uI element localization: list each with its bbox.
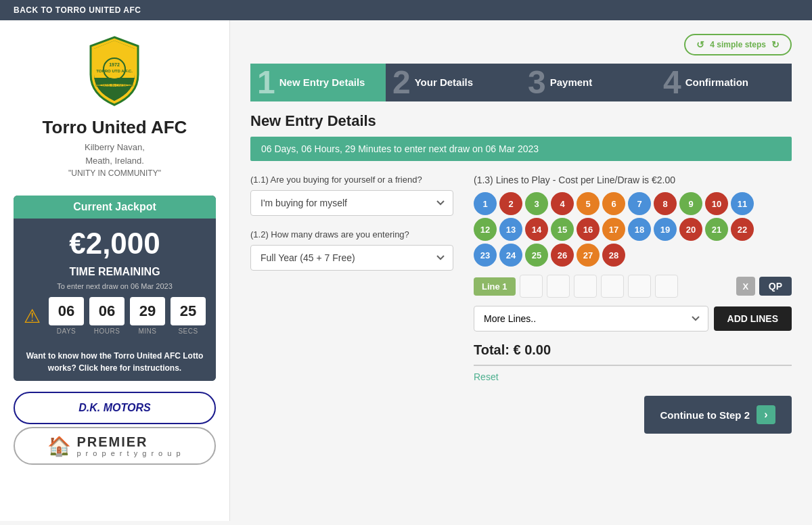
time-remaining-label: TIME REMAINING (14, 266, 216, 278)
number-ball-15[interactable]: 15 (551, 218, 574, 241)
number-ball-12[interactable]: 12 (474, 218, 497, 241)
number-ball-11[interactable]: 11 (731, 192, 754, 215)
number-ball-19[interactable]: 19 (654, 218, 677, 241)
tab-step-2[interactable]: 2 Your Details (386, 64, 521, 101)
countdown-secs: 25 SECS (171, 297, 206, 335)
number-ball-14[interactable]: 14 (525, 218, 548, 241)
number-ball-24[interactable]: 24 (499, 244, 522, 267)
form-left: (1.1) Are you buying for yourself or a f… (250, 175, 453, 434)
reset-link[interactable]: Reset (474, 371, 792, 382)
club-location-2: Meath, Ireland. (85, 156, 144, 166)
number-ball-4[interactable]: 4 (551, 192, 574, 215)
number-ball-26[interactable]: 26 (551, 244, 574, 267)
tab-step-3[interactable]: 3 Payment (521, 64, 656, 101)
number-ball-17[interactable]: 17 (602, 218, 625, 241)
lotto-info-link[interactable]: Want to know how the Torro United AFC Lo… (14, 343, 216, 381)
number-ball-8[interactable]: 8 (654, 192, 677, 215)
steps-badge-text: 4 simple steps (710, 40, 766, 49)
total-row: Total: € 0.00 (474, 342, 792, 366)
more-lines-row: More Lines.. 2 Lines 3 Lines ADD LINES (474, 306, 792, 332)
sponsor-dk-motors: D.K. MOTORS (14, 392, 216, 424)
club-motto: "UNITY IN COMMUNITY" (68, 168, 161, 178)
svg-text:TORRO UTD A.F.C.: TORRO UTD A.F.C. (97, 69, 133, 73)
premier-main-label: PREMIER (76, 434, 181, 449)
continue-step-2-button[interactable]: Continue to Step 2 › (644, 396, 792, 434)
number-ball-3[interactable]: 3 (525, 192, 548, 215)
number-ball-6[interactable]: 6 (602, 192, 625, 215)
countdown-days: 06 DAYS (49, 297, 84, 335)
tab-step-1[interactable]: 1 New Entry Details (250, 64, 386, 101)
club-logo: 1972 TORRO UTD A.F.C. UNITATIS IN CIVITA… (84, 34, 145, 108)
draws-label: (1.2) How many draws are you entering? (250, 229, 453, 239)
steps-badge: ↺ 4 simple steps ↻ (250, 34, 792, 55)
countdown-mins: 29 MINS (130, 297, 165, 335)
warning-icon: ⚠ (24, 305, 41, 327)
line-slot-6 (655, 275, 678, 298)
back-link[interactable]: BACK TO TORRO UNITED AFC (14, 5, 141, 15)
section-title: New Entry Details (250, 112, 792, 130)
number-ball-2[interactable]: 2 (499, 192, 522, 215)
line-x-button[interactable]: X (736, 277, 755, 296)
arrow-left-icon: ↺ (696, 39, 704, 50)
jackpot-amount: €2,000 (14, 219, 216, 266)
continue-label: Continue to Step 2 (660, 409, 750, 421)
club-name: Torro United AFC (43, 117, 187, 138)
more-lines-select[interactable]: More Lines.. 2 Lines 3 Lines (474, 306, 708, 332)
jackpot-header: Current Jackpot (14, 196, 216, 219)
qp-button[interactable]: QP (759, 277, 792, 296)
number-ball-5[interactable]: 5 (577, 192, 600, 215)
tab-step-3-label: Payment (550, 76, 593, 89)
number-ball-28[interactable]: 28 (602, 244, 625, 267)
top-bar[interactable]: BACK TO TORRO UNITED AFC (0, 0, 812, 20)
number-ball-27[interactable]: 27 (577, 244, 600, 267)
main-content: ↺ 4 simple steps ↻ 1 New Entry Details 2… (230, 20, 812, 521)
number-ball-16[interactable]: 16 (577, 218, 600, 241)
number-grid: 1234567891011121314151617181920212223242… (474, 192, 792, 267)
buying-label: (1.1) Are you buying for yourself or a f… (250, 175, 453, 185)
sponsor-area: D.K. MOTORS 🏠 PREMIER p r o p e r t y g … (14, 392, 216, 465)
countdown-banner: 06 Days, 06 Hours, 29 Minutes to enter n… (250, 137, 792, 161)
number-ball-10[interactable]: 10 (705, 192, 728, 215)
buying-select[interactable]: I'm buying for myself I'm buying for a f… (250, 190, 453, 216)
number-ball-22[interactable]: 22 (731, 218, 754, 241)
line-slot-4 (601, 275, 624, 298)
number-ball-21[interactable]: 21 (705, 218, 728, 241)
club-location-1: Kilberry Navan, (85, 142, 145, 152)
line-slot-1 (520, 275, 543, 298)
arrow-right-icon: ↻ (771, 39, 780, 50)
line-slot-2 (547, 275, 570, 298)
number-ball-13[interactable]: 13 (499, 218, 522, 241)
step-tabs: 1 New Entry Details 2 Your Details 3 Pay… (250, 64, 792, 101)
number-ball-1[interactable]: 1 (474, 192, 497, 215)
number-ball-18[interactable]: 18 (628, 218, 651, 241)
tab-step-4-label: Confirmation (685, 76, 748, 89)
number-ball-20[interactable]: 20 (679, 218, 702, 241)
line-row-1: Line 1 X QP (474, 275, 792, 298)
lines-label: (1.3) Lines to Play - Cost per Line/Draw… (474, 175, 792, 185)
continue-btn-container: Continue to Step 2 › (474, 396, 792, 434)
number-ball-23[interactable]: 23 (474, 244, 497, 267)
svg-text:1972: 1972 (110, 62, 120, 67)
number-ball-9[interactable]: 9 (679, 192, 702, 215)
tab-step-2-label: Your Details (415, 76, 473, 89)
line-slot-5 (628, 275, 651, 298)
add-lines-button[interactable]: ADD LINES (714, 306, 792, 331)
premier-sub-label: p r o p e r t y g r o u p (76, 449, 181, 457)
number-ball-25[interactable]: 25 (525, 244, 548, 267)
draw-text: To enter next draw on 06 Mar 2023 (14, 282, 216, 290)
sidebar: 1972 TORRO UTD A.F.C. UNITATIS IN CIVITA… (0, 20, 230, 521)
premier-icon: 🏠 (47, 435, 71, 457)
line-1-button[interactable]: Line 1 (474, 277, 516, 296)
countdown-hours: 06 HOURS (89, 297, 125, 335)
draws-select[interactable]: Full Year (45 + 7 Free) Half Year Single… (250, 245, 453, 271)
chevron-right-icon: › (757, 405, 775, 424)
svg-text:UNITATIS IN CIVITATEM: UNITATIS IN CIVITATEM (96, 83, 134, 87)
line-slot-3 (574, 275, 597, 298)
tab-step-1-label: New Entry Details (279, 76, 365, 89)
logo-area: 1972 TORRO UTD A.F.C. UNITATIS IN CIVITA… (43, 34, 187, 178)
form-columns: (1.1) Are you buying for yourself or a f… (250, 175, 792, 434)
number-ball-7[interactable]: 7 (628, 192, 651, 215)
jackpot-box: Current Jackpot €2,000 TIME REMAINING To… (14, 196, 216, 381)
countdown-row: ⚠ 06 DAYS 06 HOURS 29 MINS 25 SECS (14, 297, 216, 343)
tab-step-4[interactable]: 4 Confirmation (656, 64, 792, 101)
